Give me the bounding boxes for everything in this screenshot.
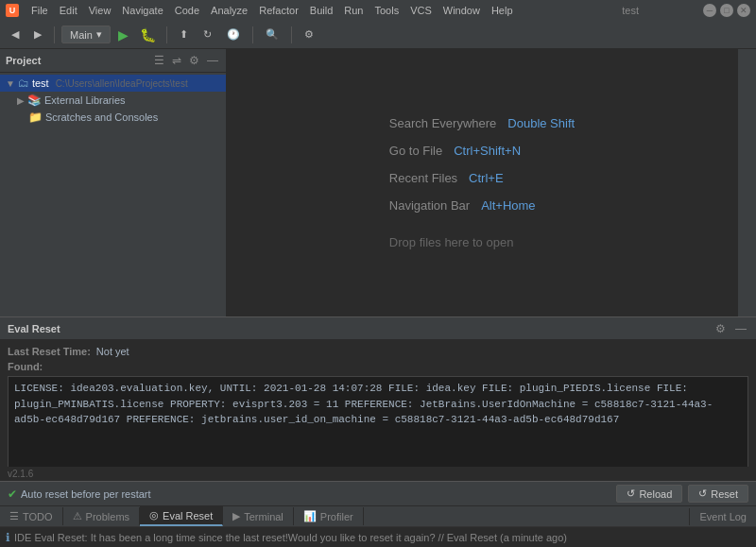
- tree-item-test[interactable]: ▼ 🗂 test C:\Users\allen\IdeaProjects\tes…: [0, 75, 226, 92]
- menu-code[interactable]: Code: [170, 3, 204, 18]
- profiler-icon: 📊: [303, 510, 317, 522]
- hint-navigation-bar: Navigation Bar Alt+Home: [389, 198, 536, 213]
- bottom-panel-minimize-icon[interactable]: —: [733, 321, 748, 336]
- panel-icons: ☰ ⇌ ⚙ —: [152, 53, 220, 68]
- hint-search-everywhere: Search Everywhere Double Shift: [389, 116, 575, 130]
- editor-hints: Search Everywhere Double Shift Go to Fil…: [389, 116, 575, 249]
- status-info-icon: ℹ: [6, 531, 10, 544]
- tree-item-label: External Libraries: [44, 94, 126, 106]
- hint-shortcut: Double Shift: [507, 116, 575, 130]
- folder-icon: 📁: [28, 111, 43, 124]
- menu-bar: File Edit View Navigate Code Analyze Ref…: [26, 3, 614, 18]
- toolbar-update-btn[interactable]: ↻: [198, 26, 217, 43]
- tree-item-external-libraries[interactable]: ▶ 📚 External Libraries: [11, 92, 226, 109]
- tree-item-label: Scratches and Consoles: [45, 111, 158, 123]
- project-panel-header: Project ☰ ⇌ ⚙ —: [0, 49, 226, 73]
- title-bar: U File Edit View Navigate Code Analyze R…: [0, 0, 756, 21]
- event-log-label: Event Log: [699, 511, 747, 522]
- last-reset-label: Last Reset Time:: [8, 346, 91, 357]
- project-tree: ▼ 🗂 test C:\Users\allen\IdeaProjects\tes…: [0, 73, 226, 316]
- tab-eval-reset[interactable]: ◎ Eval Reset: [140, 506, 223, 526]
- menu-tools[interactable]: Tools: [369, 3, 404, 18]
- window-title: test: [622, 5, 696, 16]
- menu-refactor[interactable]: Refactor: [254, 3, 303, 18]
- toolbar-history-btn[interactable]: 🕐: [221, 26, 246, 43]
- eval-reset-icon: ◎: [149, 509, 159, 521]
- main-area: Project ☰ ⇌ ⚙ — ▼ 🗂 test C:\Users\allen\…: [0, 49, 756, 316]
- toolbar-settings-btn[interactable]: ⚙: [299, 26, 319, 43]
- toolbar-search-btn[interactable]: 🔍: [260, 26, 284, 43]
- chevron-down-icon: ▾: [96, 28, 102, 41]
- todo-icon: ☰: [9, 510, 19, 522]
- editor-area: Search Everywhere Double Shift Go to Fil…: [227, 49, 737, 316]
- debug-button[interactable]: 🐛: [136, 26, 160, 44]
- library-icon: 📚: [27, 94, 42, 107]
- minimize-button[interactable]: ─: [703, 4, 716, 17]
- toolbar-vcs-btn[interactable]: ⬆: [174, 26, 194, 43]
- menu-file[interactable]: File: [26, 3, 53, 18]
- tree-item-label: test: [32, 77, 49, 89]
- tab-label: Problems: [86, 511, 129, 522]
- menu-help[interactable]: Help: [487, 3, 518, 18]
- version-text: v2.1.6: [0, 467, 756, 481]
- hint-shortcut: Ctrl+E: [469, 171, 503, 185]
- project-panel-title: Project: [6, 55, 148, 66]
- found-content-box[interactable]: LICENSE: idea203.evaluation.key, UNTIL: …: [8, 376, 748, 467]
- reset-button[interactable]: ↺ Reset: [688, 485, 748, 503]
- panel-close-icon[interactable]: —: [205, 53, 220, 68]
- hint-label: Navigation Bar: [389, 198, 470, 213]
- close-button[interactable]: ✕: [737, 4, 750, 17]
- tab-terminal[interactable]: ▶ Terminal: [223, 507, 294, 525]
- auto-reset-checkbox-area[interactable]: ✔ Auto reset before per restart: [8, 487, 151, 501]
- status-message: IDE Eval Reset: It has been a long time …: [14, 532, 567, 543]
- app-logo: U: [6, 4, 19, 17]
- found-label: Found:: [8, 361, 748, 372]
- menu-window[interactable]: Window: [438, 3, 485, 18]
- run-config-label: Main: [70, 29, 93, 41]
- menu-build[interactable]: Build: [305, 3, 337, 18]
- run-config-dropdown[interactable]: Main ▾: [61, 26, 111, 43]
- tab-profiler[interactable]: 📊 Profiler: [294, 507, 364, 525]
- bottom-panel-title: Eval Reset: [8, 323, 708, 334]
- menu-navigate[interactable]: Navigate: [117, 3, 167, 18]
- panel-collapse-icon[interactable]: ☰: [152, 53, 166, 68]
- problems-icon: ⚠: [73, 510, 82, 522]
- terminal-icon: ▶: [232, 510, 240, 522]
- tab-event-log[interactable]: Event Log: [689, 508, 756, 525]
- maximize-button[interactable]: □: [720, 4, 733, 17]
- menu-vcs[interactable]: VCS: [405, 3, 437, 18]
- hint-shortcut: Alt+Home: [481, 198, 535, 213]
- auto-reset-label: Auto reset before per restart: [21, 488, 151, 500]
- tab-label: Eval Reset: [163, 510, 213, 521]
- toolbar-nav-back[interactable]: ◀: [6, 26, 25, 43]
- tree-item-scratches[interactable]: 📁 Scratches and Consoles: [23, 109, 226, 126]
- toolbar-sep-1: [54, 26, 55, 43]
- toolbar-sep-4: [291, 26, 292, 43]
- menu-edit[interactable]: Edit: [55, 3, 82, 18]
- menu-view[interactable]: View: [84, 3, 116, 18]
- menu-run[interactable]: Run: [339, 3, 368, 18]
- menu-analyze[interactable]: Analyze: [206, 3, 252, 18]
- run-button[interactable]: ▶: [114, 26, 132, 44]
- drop-files-hint: Drop files here to open: [389, 235, 514, 249]
- last-reset-value: Not yet: [96, 346, 129, 357]
- panel-divider-icon[interactable]: ⇌: [170, 53, 183, 68]
- panel-settings-icon[interactable]: ⚙: [187, 53, 201, 68]
- reset-icon: ↺: [698, 487, 707, 500]
- reset-label: Reset: [711, 488, 738, 500]
- module-icon: 🗂: [18, 77, 29, 90]
- bottom-action-bar: ✔ Auto reset before per restart ↺ Reload…: [0, 481, 756, 505]
- tab-problems[interactable]: ⚠ Problems: [63, 507, 140, 525]
- reload-button[interactable]: ↺ Reload: [616, 485, 682, 503]
- checkbox-checkmark-icon: ✔: [8, 487, 17, 501]
- last-reset-row: Last Reset Time: Not yet: [8, 346, 748, 357]
- reload-label: Reload: [639, 488, 672, 500]
- toolbar-sep-2: [166, 26, 167, 43]
- tree-expand-icon: ▼: [6, 78, 15, 89]
- project-sidebar: Project ☰ ⇌ ⚙ — ▼ 🗂 test C:\Users\allen\…: [0, 49, 227, 316]
- right-strip: [737, 49, 756, 316]
- bottom-panel-settings-icon[interactable]: ⚙: [713, 321, 728, 336]
- hint-label: Go to File: [389, 144, 442, 158]
- tab-todo[interactable]: ☰ TODO: [0, 507, 63, 525]
- toolbar-nav-forward[interactable]: ▶: [28, 26, 47, 43]
